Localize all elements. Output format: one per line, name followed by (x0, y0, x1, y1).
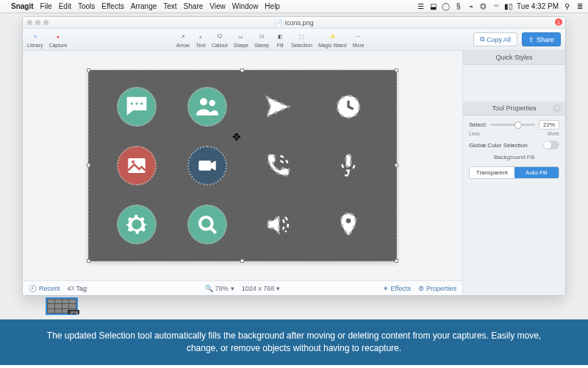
menu-effects[interactable]: Effects (101, 2, 123, 10)
app-name[interactable]: Snagit (11, 2, 34, 10)
video-icon (187, 146, 227, 185)
library-button[interactable]: ≡Library (27, 32, 43, 48)
quick-styles-header[interactable]: Quick Styles (463, 51, 565, 65)
resize-handle[interactable] (87, 259, 90, 263)
editor-window: 📄Icons.png 1 ≡Library ●Capture ➚Arrow aT… (22, 16, 566, 296)
menu-file[interactable]: File (40, 2, 52, 10)
svg-point-12 (346, 219, 351, 224)
menu-edit[interactable]: Edit (59, 2, 71, 10)
menu-window[interactable]: Window (232, 2, 259, 10)
people-icon (187, 87, 227, 127)
icon-grid (89, 71, 396, 261)
seg-transparent[interactable]: Transparent (470, 167, 514, 178)
gear-small-icon: ⚙ (418, 285, 424, 292)
svg-point-4 (209, 100, 215, 106)
tool-text[interactable]: aText (196, 32, 206, 48)
thumbnail[interactable]: .png (46, 297, 78, 315)
svg-point-0 (131, 102, 133, 105)
notification-badge[interactable]: 1 (555, 18, 562, 26)
tool-callout[interactable]: 🗨Callout (212, 32, 228, 48)
menu-share[interactable]: Share (184, 2, 204, 10)
status-icon: § (454, 2, 462, 10)
select-value[interactable]: 22% (539, 120, 559, 130)
status-bar: 🕘Recent 🏷Tag 🔍 78% ▾ 1024 x 768 ▾ ✶Effec… (23, 280, 462, 295)
svg-point-1 (135, 102, 137, 105)
menubar-clock[interactable]: Tue 4:32 PM (517, 2, 559, 10)
resize-handle[interactable] (87, 68, 90, 72)
menu-view[interactable]: View (209, 2, 226, 10)
sidebar: Quick Styles Tool Properties ? Select: 2… (462, 51, 565, 295)
shape-icon: ▭ (236, 32, 246, 42)
svg-line-11 (211, 228, 216, 233)
search-icon (187, 205, 227, 244)
resize-handle[interactable] (87, 163, 90, 167)
location-icon (315, 197, 381, 252)
properties-link[interactable]: ⚙Properties (418, 285, 456, 292)
resize-handle[interactable] (395, 163, 398, 167)
tag-icon: 🏷 (68, 285, 74, 292)
svg-point-7 (132, 160, 135, 163)
seg-autofill[interactable]: Auto-Fill (514, 167, 559, 178)
help-icon[interactable]: ? (553, 105, 561, 113)
svg-point-3 (200, 98, 207, 105)
send-icon (245, 79, 311, 134)
capture-button[interactable]: ●Capture (49, 32, 67, 48)
select-label: Select: (469, 121, 487, 128)
feature-caption: The updated Selection tool automatically… (0, 319, 588, 365)
tool-more[interactable]: ⋯More (353, 32, 365, 48)
dimensions-readout[interactable]: 1024 x 768 ▾ (242, 285, 281, 292)
status-icon: ◯ (442, 2, 450, 10)
selection-icon: ⬚ (297, 32, 307, 42)
svg-point-2 (140, 102, 143, 105)
mic-icon (315, 138, 381, 193)
bg-fill-segment[interactable]: Transparent Auto-Fill (469, 166, 559, 179)
global-color-toggle[interactable] (543, 141, 559, 149)
resize-handle[interactable] (240, 259, 244, 263)
battery-icon: ▮▯ (504, 2, 512, 10)
effects-icon: ✶ (383, 285, 389, 292)
spotlight-icon[interactable]: ⚲ (563, 2, 571, 10)
effects-link[interactable]: ✶Effects (383, 285, 411, 292)
tag-link[interactable]: 🏷Tag (68, 285, 87, 292)
menu-text[interactable]: Text (163, 2, 176, 10)
text-icon: a (196, 32, 206, 42)
tool-shape[interactable]: ▭Shape (234, 32, 248, 48)
resize-handle[interactable] (395, 68, 398, 72)
phone-icon (245, 138, 311, 193)
status-icon: ☰ (417, 2, 425, 10)
clock-small-icon: 🕘 (29, 285, 37, 292)
menu-tools[interactable]: Tools (78, 2, 95, 10)
traffic-lights[interactable] (27, 20, 49, 25)
tool-magic-wand[interactable]: ✨Magic Wand (318, 32, 347, 48)
library-icon: ≡ (30, 32, 40, 42)
menu-help[interactable]: Help (265, 2, 280, 10)
thumbnail-tray: .png (22, 296, 566, 316)
svg-rect-8 (198, 160, 211, 170)
zoom-control[interactable]: 🔍 78% ▾ (205, 285, 234, 292)
copy-all-button[interactable]: ⧉Copy All (473, 32, 517, 46)
status-icon: ⬓ (429, 2, 437, 10)
resize-handle[interactable] (395, 259, 398, 263)
bg-fill-label: Background Fill (469, 154, 559, 160)
tool-properties-header: Tool Properties (492, 105, 536, 112)
thumb-ext: .png (68, 310, 79, 314)
capture-icon: ● (53, 32, 63, 42)
resize-handle[interactable] (240, 68, 244, 72)
canvas[interactable]: ✥ (88, 70, 397, 261)
recent-link[interactable]: 🕘Recent (29, 285, 60, 292)
tool-stamp[interactable]: ☑Stamp (254, 32, 269, 48)
menu-extra-icon[interactable]: ≣ (576, 2, 584, 10)
menu-arrange[interactable]: Arrange (131, 2, 157, 10)
toolbar: ≡Library ●Capture ➚Arrow aText 🗨Callout … (23, 29, 565, 51)
fill-icon: ◧ (275, 32, 285, 42)
status-icon: ⌁ (467, 2, 475, 10)
share-button[interactable]: ⇪Share (522, 32, 561, 46)
select-slider[interactable] (490, 124, 535, 126)
callout-icon: 🗨 (215, 32, 225, 42)
tool-arrow[interactable]: ➚Arrow (176, 32, 190, 48)
tool-fill[interactable]: ◧Fill (275, 32, 285, 48)
volume-icon (245, 197, 311, 252)
global-color-label: Global Color Selection (469, 142, 528, 149)
tool-selection[interactable]: ⬚Selection (291, 32, 312, 48)
window-title: Icons.png (284, 19, 313, 26)
